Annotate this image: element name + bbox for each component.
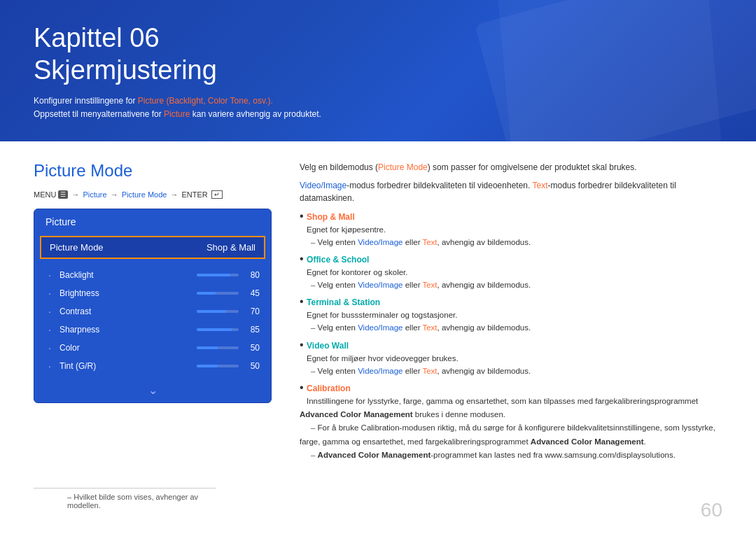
page-number: 60 xyxy=(701,499,722,521)
setting-name: Tint (G/R) xyxy=(59,361,191,371)
bullet-desc-terminal-station: Egnet for busssterminaler og togstasjone… xyxy=(307,311,457,319)
setting-value: 80 xyxy=(244,270,260,280)
list-item: Shop & Mall Egnet for kjøpesentre. Velg … xyxy=(300,210,722,248)
setting-row: · Brightness 45 xyxy=(34,284,271,302)
setting-row: · Tint (G/R) 50 xyxy=(34,357,271,375)
footer-note: Hvilket bilde som vises, avhenger av mod… xyxy=(34,488,216,510)
bullet-title-office-school: Office & School xyxy=(307,255,369,265)
intro-paragraph: Velg en bildemodus (Picture Mode) som pa… xyxy=(300,161,722,174)
setting-bar xyxy=(197,274,239,276)
bullet-title-calibration: Calibration xyxy=(307,384,351,393)
setting-bar-fill xyxy=(197,346,218,349)
bullet-desc-video-wall: Egnet for miljøer hvor videovegger bruke… xyxy=(307,354,458,363)
setting-bullet: · xyxy=(48,360,54,372)
bullet-title-terminal-station: Terminal & Station xyxy=(307,297,380,307)
setting-bar-container: 45 xyxy=(197,288,260,298)
setting-name: Color xyxy=(59,343,191,353)
feature-list: Shop & Mall Egnet for kjøpesentre. Velg … xyxy=(300,210,722,462)
setting-bullet: · xyxy=(48,269,54,281)
setting-value: 50 xyxy=(244,343,260,353)
setting-name: Backlight xyxy=(59,270,191,280)
bullet-title-video-wall: Video Wall xyxy=(307,341,349,351)
chapter-number: Kapittel 06 xyxy=(34,23,160,52)
right-column: Velg en bildemodus (Picture Mode) som pa… xyxy=(300,161,722,466)
sub-bullet-calibration-2: Advanced Color Management-programmet kan… xyxy=(311,451,676,459)
setting-bar-fill xyxy=(197,292,216,295)
calibration-desc: Innstillingene for lysstyrke, farge, gam… xyxy=(300,397,698,419)
menu-icon: ☰ xyxy=(58,190,68,199)
sub-bullet-shop-mall: Velg enten Video/Image eller Text, avhen… xyxy=(311,238,531,246)
intro-paragraph-2: Video/Image-modus forbedrer bildekvalite… xyxy=(300,179,722,204)
menu-path: MENU ☰ → Picture → Picture Mode → ENTER … xyxy=(34,190,272,199)
setting-value: 45 xyxy=(244,288,260,298)
setting-bar-container: 50 xyxy=(197,361,260,371)
picture-box-header: Picture xyxy=(34,209,271,234)
setting-bullet: · xyxy=(48,306,54,317)
setting-value: 70 xyxy=(244,307,260,316)
setting-bar-fill xyxy=(197,310,226,313)
sub-bullet-office-school: Velg enten Video/Image eller Text, avhen… xyxy=(311,281,531,289)
setting-value: 50 xyxy=(244,361,260,371)
setting-bullet: · xyxy=(48,342,54,353)
setting-bar-fill xyxy=(197,365,218,367)
setting-name: Brightness xyxy=(59,288,191,298)
list-item: Office & School Egnet for kontorer og sk… xyxy=(300,253,722,291)
setting-row: · Sharpness 85 xyxy=(34,321,271,339)
main-content: Picture Mode MENU ☰ → Picture → Picture … xyxy=(0,141,756,480)
left-column: Picture Mode MENU ☰ → Picture → Picture … xyxy=(34,161,272,466)
chapter-title: Kapittel 06 Skjermjustering xyxy=(34,22,722,86)
setting-name: Sharpness xyxy=(59,325,191,335)
sub-bullet-calibration-1: For å bruke Calibration-modusen riktig, … xyxy=(300,423,715,445)
sub-bullet-terminal-station: Velg enten Video/Image eller Text, avhen… xyxy=(311,323,531,332)
setting-bullet: · xyxy=(48,288,54,299)
page-header: Kapittel 06 Skjermjustering Konfigurer i… xyxy=(0,0,756,141)
setting-bar-fill xyxy=(197,274,230,276)
sub-bullet-video-wall: Velg enten Video/Image eller Text, avhen… xyxy=(311,367,531,375)
section-title: Picture Mode xyxy=(34,161,272,181)
setting-name: Contrast xyxy=(59,307,191,316)
picture-ui-box: Picture Picture Mode Shop & Mall · Backl… xyxy=(34,209,272,403)
picture-settings: · Backlight 80 · Brightness 45 · Contras… xyxy=(34,263,271,381)
header-subtitle: Konfigurer innstillingene for Picture (B… xyxy=(34,94,722,121)
list-item: Terminal & Station Egnet for bussstermin… xyxy=(300,295,722,334)
setting-bar-container: 85 xyxy=(197,325,260,335)
picture-mode-value: Shop & Mall xyxy=(206,242,255,253)
list-item: Calibration Innstillingene for lysstyrke… xyxy=(300,381,722,461)
setting-bar-container: 50 xyxy=(197,343,260,353)
setting-bar xyxy=(197,310,239,313)
picture-mode-label: Picture Mode xyxy=(50,242,104,253)
setting-row: · Color 50 xyxy=(34,339,271,357)
setting-bar-container: 80 xyxy=(197,270,260,280)
setting-bar xyxy=(197,365,239,367)
setting-bar-container: 70 xyxy=(197,307,260,316)
chevron-down-icon[interactable]: ⌄ xyxy=(34,381,271,402)
setting-bar xyxy=(197,328,239,331)
bullet-desc-office-school: Egnet for kontorer og skoler. xyxy=(307,268,407,276)
chapter-name: Skjermjustering xyxy=(34,55,217,85)
list-item: Video Wall Egnet for miljøer hvor videov… xyxy=(300,339,722,377)
setting-row: · Contrast 70 xyxy=(34,302,271,321)
setting-bullet: · xyxy=(48,324,54,335)
setting-bar xyxy=(197,292,239,295)
setting-value: 85 xyxy=(244,325,260,335)
setting-row: · Backlight 80 xyxy=(34,266,271,284)
bullet-desc-shop-mall: Egnet for kjøpesentre. xyxy=(307,225,386,234)
setting-bar xyxy=(197,346,239,349)
setting-bar-fill xyxy=(197,328,232,331)
picture-mode-row[interactable]: Picture Mode Shop & Mall xyxy=(40,236,265,259)
bullet-title-shop-mall: Shop & Mall xyxy=(307,212,355,222)
